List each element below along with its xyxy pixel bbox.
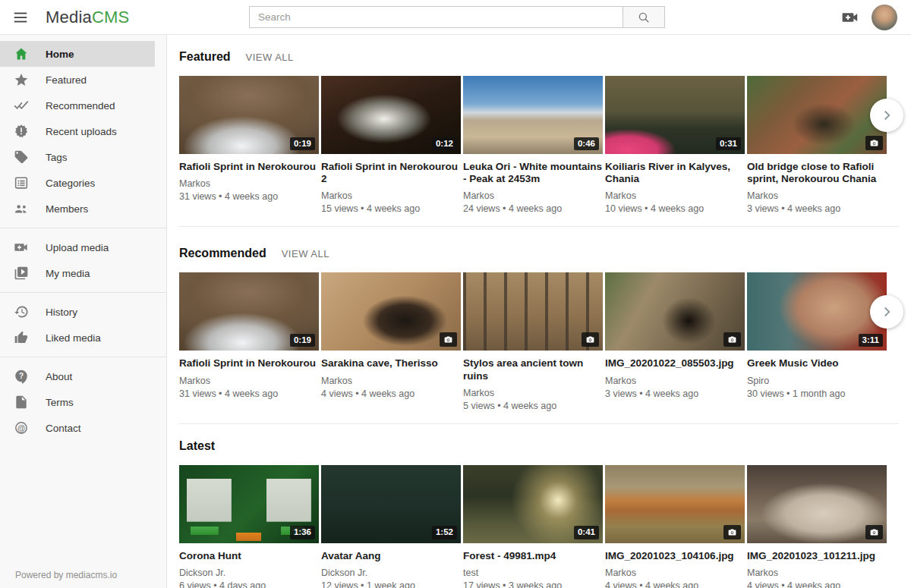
powered-by-link[interactable]: Powered by mediacms.io xyxy=(15,570,117,580)
media-meta: 10 views • 4 weeks ago xyxy=(605,203,745,214)
media-thumbnail[interactable]: 0:19 xyxy=(179,76,319,154)
sidebar-item-terms[interactable]: Terms xyxy=(0,389,155,415)
media-title[interactable]: IMG_20201023_104106.jpg xyxy=(605,550,745,562)
sidebar-item-home[interactable]: Home xyxy=(0,41,155,67)
view-all-link[interactable]: VIEW ALL xyxy=(246,52,294,63)
carousel-next-button[interactable] xyxy=(870,99,903,132)
media-author[interactable]: Dickson Jr. xyxy=(179,568,319,578)
sidebar-item-label: History xyxy=(46,307,77,318)
media-card[interactable]: Sarakina cave, Therisso Markos 4 views •… xyxy=(321,272,461,410)
media-card[interactable]: 0:19 Rafioli Sprint in Nerokourou Markos… xyxy=(179,76,319,214)
media-thumbnail[interactable]: 0:31 xyxy=(605,76,745,154)
media-title[interactable]: Forest - 49981.mp4 xyxy=(463,550,603,562)
search-icon xyxy=(637,11,651,24)
media-card[interactable]: 0:41 Forest - 49981.mp4 test 17 views • … xyxy=(463,465,603,588)
media-thumbnail[interactable] xyxy=(321,272,461,351)
sidebar-item-history[interactable]: History xyxy=(0,299,155,325)
media-card[interactable]: 0:19 Rafioli Sprint in Nerokourou Markos… xyxy=(179,272,319,410)
page-layout: Home Featured Recommended Recent uploads… xyxy=(0,35,911,588)
search-input[interactable] xyxy=(249,6,623,28)
media-title[interactable]: Avatar Aang xyxy=(321,550,461,562)
media-title[interactable]: Rafioli Sprint in Nerokourou 2 xyxy=(321,161,461,185)
media-title[interactable]: Corona Hunt xyxy=(179,550,319,562)
media-thumbnail[interactable]: 0:12 xyxy=(321,76,461,154)
media-thumbnail[interactable] xyxy=(747,76,887,154)
media-author[interactable]: Markos xyxy=(463,190,603,201)
view-all-link[interactable]: VIEW ALL xyxy=(282,248,329,259)
media-card[interactable]: 1:52 Avatar Aang Dickson Jr. 12 views • … xyxy=(321,465,461,588)
media-title[interactable]: Rafioli Sprint in Nerokourou xyxy=(179,161,319,173)
sidebar-divider xyxy=(0,228,166,228)
at-sign-icon: @ xyxy=(14,420,29,435)
media-thumbnail[interactable]: 1:36 xyxy=(179,465,319,543)
media-thumbnail[interactable]: 1:52 xyxy=(321,465,461,543)
sidebar-item-recommended[interactable]: Recommended xyxy=(0,93,155,118)
media-meta: 3 views • 4 weeks ago xyxy=(747,203,887,214)
sidebar-item-recent-uploads[interactable]: Recent uploads xyxy=(0,118,155,144)
sidebar-item-members[interactable]: Members xyxy=(0,196,155,222)
media-author[interactable]: Markos xyxy=(747,568,887,578)
media-card[interactable]: 0:46 Leuka Ori - White mountains - Peak … xyxy=(463,76,603,214)
media-author[interactable]: Markos xyxy=(321,190,461,201)
media-author[interactable]: Spiro xyxy=(747,376,887,386)
media-meta: 4 views • 4 weeks ago xyxy=(321,388,461,399)
sidebar-item-contact[interactable]: @ Contact xyxy=(0,415,155,441)
media-title[interactable]: Greek Music Video xyxy=(747,357,887,369)
sidebar-item-categories[interactable]: Categories xyxy=(0,170,155,196)
media-author[interactable]: Markos xyxy=(179,178,319,189)
media-title[interactable]: Old bridge close to Rafioli sprint, Nero… xyxy=(747,161,887,185)
sidebar-item-my-media[interactable]: My media xyxy=(0,260,155,286)
user-avatar[interactable] xyxy=(872,5,897,30)
media-card[interactable]: 0:31 Koiliaris River in Kalyves, Chania … xyxy=(605,76,745,214)
card-row: 0:19 Rafioli Sprint in Nerokourou Markos… xyxy=(179,272,899,410)
media-author[interactable]: Markos xyxy=(605,376,745,386)
media-title[interactable]: IMG_20201023_101211.jpg xyxy=(747,550,887,562)
media-card[interactable]: Old bridge close to Rafioli sprint, Nero… xyxy=(747,76,887,214)
search-button[interactable] xyxy=(623,6,665,28)
media-thumbnail[interactable]: 0:19 xyxy=(179,272,319,351)
media-card[interactable]: 3:11 Greek Music Video Spiro 30 views • … xyxy=(747,272,887,410)
media-card[interactable]: 1:36 Corona Hunt Dickson Jr. 6 views • 4… xyxy=(179,465,319,588)
media-title[interactable]: Stylos area ancient town ruins xyxy=(463,357,603,382)
video-plus-icon xyxy=(14,240,29,255)
sidebar-item-upload-media[interactable]: Upload media xyxy=(0,234,155,260)
media-card[interactable]: IMG_20201023_101211.jpg Markos 4 views •… xyxy=(747,465,887,588)
sidebar-item-featured[interactable]: Featured xyxy=(0,67,155,93)
menu-button[interactable] xyxy=(5,0,36,35)
upload-media-button[interactable] xyxy=(841,8,859,27)
media-title[interactable]: Leuka Ori - White mountains - Peak at 24… xyxy=(463,161,603,185)
media-thumbnail[interactable]: 0:41 xyxy=(463,465,603,543)
media-title[interactable]: Sarakina cave, Therisso xyxy=(321,357,461,369)
media-author[interactable]: test xyxy=(463,568,603,578)
sidebar-item-about[interactable]: ? About xyxy=(0,363,155,389)
media-thumbnail[interactable] xyxy=(605,465,745,543)
media-thumbnail[interactable]: 3:11 xyxy=(747,272,887,351)
sidebar-item-liked-media[interactable]: Liked media xyxy=(0,325,155,351)
media-author[interactable]: Dickson Jr. xyxy=(321,568,461,578)
media-title[interactable]: Rafioli Sprint in Nerokourou xyxy=(179,357,319,369)
media-card[interactable]: IMG_20201022_085503.jpg Markos 3 views •… xyxy=(605,272,745,410)
media-author[interactable]: Markos xyxy=(321,376,461,386)
main-content: Featured VIEW ALL 0:19 Rafioli Sprint in… xyxy=(167,35,911,588)
media-author[interactable]: Markos xyxy=(747,190,887,201)
media-author[interactable]: Markos xyxy=(605,190,745,201)
media-author[interactable]: Markos xyxy=(463,388,603,398)
sidebar-item-label: Tags xyxy=(46,152,68,163)
media-thumbnail[interactable] xyxy=(747,465,887,543)
sidebar-item-tags[interactable]: Tags xyxy=(0,144,155,170)
media-card[interactable]: IMG_20201023_104106.jpg Markos 4 views •… xyxy=(605,465,745,588)
media-card[interactable]: Stylos area ancient town ruins Markos 5 … xyxy=(463,272,603,410)
media-thumbnail[interactable] xyxy=(463,272,603,351)
media-title[interactable]: Koiliaris River in Kalyves, Chania xyxy=(605,161,745,185)
media-thumbnail[interactable]: 0:46 xyxy=(463,76,603,154)
media-title[interactable]: IMG_20201022_085503.jpg xyxy=(605,357,745,369)
camera-icon xyxy=(869,138,879,148)
media-thumbnail[interactable] xyxy=(605,272,745,351)
mediacms-logo[interactable]: MediaCMS xyxy=(46,8,129,27)
media-author[interactable]: Markos xyxy=(179,376,319,386)
duration-badge: 0:41 xyxy=(574,526,599,539)
section-header: Latest xyxy=(179,439,899,453)
sidebar-item-label: Upload media xyxy=(46,242,109,253)
media-author[interactable]: Markos xyxy=(605,568,745,578)
media-card[interactable]: 0:12 Rafioli Sprint in Nerokourou 2 Mark… xyxy=(321,76,461,214)
